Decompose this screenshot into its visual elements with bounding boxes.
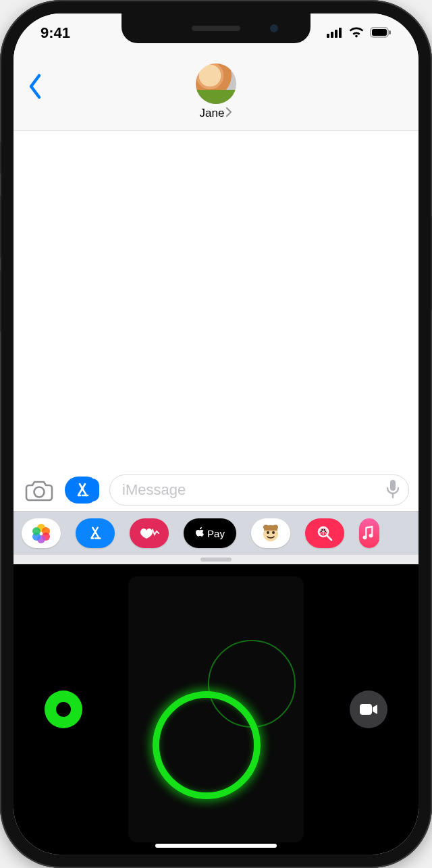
wifi-icon [348,24,364,42]
svg-rect-5 [372,29,387,36]
svg-rect-1 [331,32,333,38]
images-search-app-button[interactable] [305,518,344,548]
music-icon [362,525,374,541]
conversation-header: Jane [14,53,418,131]
photos-app-icon [31,523,51,543]
apple-logo-icon [195,526,205,541]
conversation-area[interactable] [14,131,418,469]
drawer-grabber[interactable] [200,558,232,562]
status-time: 9:41 [40,24,70,42]
contact-name-label: Jane [200,107,225,120]
apple-pay-label: Pay [207,528,225,539]
dictation-button[interactable] [385,479,400,501]
app-drawer-toggle-button[interactable] [65,477,100,504]
appstore-icon [73,481,92,499]
digital-touch-app-button[interactable] [130,518,169,548]
svg-point-7 [34,487,45,497]
memoji-app-button[interactable] [251,518,290,548]
svg-rect-6 [389,30,391,34]
chevron-right-icon [225,107,232,120]
apple-pay-app-button[interactable]: Pay [184,518,236,548]
svg-point-15 [32,527,40,535]
message-placeholder: iMessage [122,481,186,499]
images-search-icon [316,524,333,542]
memoji-icon [259,522,282,545]
digital-touch-panel [14,564,418,855]
svg-point-17 [267,531,269,534]
svg-point-18 [272,531,275,534]
back-button[interactable] [27,73,43,103]
photos-app-button[interactable] [22,518,61,548]
battery-icon [370,24,392,42]
svg-rect-2 [335,30,338,38]
appstore-icon [86,524,104,542]
heartbeat-icon [138,526,160,541]
appstore-app-button[interactable] [76,518,115,548]
cellular-signal-icon [327,24,343,42]
imessage-app-drawer[interactable]: Pay [14,511,418,555]
home-indicator[interactable] [155,844,277,848]
message-input[interactable]: iMessage [109,474,409,506]
svg-point-24 [369,534,373,538]
svg-rect-3 [339,28,342,38]
svg-rect-26 [360,704,372,715]
color-picker-button[interactable] [45,690,82,728]
music-app-button[interactable] [359,518,379,548]
compose-bar: iMessage [14,469,418,511]
touch-ripple [153,691,261,799]
video-record-button[interactable] [350,690,387,728]
digital-touch-canvas[interactable] [128,576,304,842]
svg-rect-0 [327,34,329,38]
contact-info-button[interactable]: Jane [196,63,236,120]
app-drawer-divider [14,555,418,564]
svg-rect-8 [390,480,396,491]
svg-line-22 [327,536,331,540]
contact-avatar [196,63,236,104]
camera-button[interactable] [23,477,55,504]
